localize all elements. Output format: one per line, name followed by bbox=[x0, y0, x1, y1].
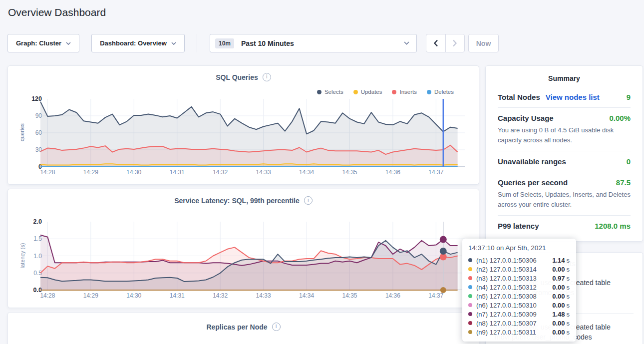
service-latency-chart-title: Service Latency: SQL, 99th percentile bbox=[174, 197, 300, 205]
node-latency-value: 0.00 bbox=[552, 302, 565, 309]
node-latency-value: 0.00 bbox=[552, 266, 565, 273]
summary-panel: Summary Total Nodes View nodes list 9 Ca… bbox=[485, 65, 643, 242]
legend-item-selects[interactable]: Selects bbox=[317, 89, 343, 95]
legend-label: Deletes bbox=[434, 89, 454, 95]
x-axis-tick-label: 14:31 bbox=[167, 169, 187, 176]
now-button: Now bbox=[468, 34, 499, 52]
dashboard-dropdown[interactable]: Dashboard: Overview bbox=[91, 34, 185, 52]
summary-row-unavailable-ranges: Unavailable ranges 0 bbox=[498, 151, 631, 172]
node-latency-unit: s bbox=[567, 257, 570, 264]
dashboard-label: Dashboard: Overview bbox=[100, 39, 167, 47]
summary-row-total-nodes: Total Nodes View nodes list 9 bbox=[498, 87, 631, 108]
node-address: (n9) 127.0.0.1:50311 bbox=[476, 329, 536, 336]
tooltip-node-row: (n4) 127.0.0.1:50312 0.00 s bbox=[468, 283, 570, 292]
page-title: Overview Dashboard bbox=[8, 6, 106, 18]
time-range-badge: 10m bbox=[215, 38, 234, 48]
node-address: (n7) 127.0.0.1:50309 bbox=[476, 311, 537, 318]
node-latency-value: 0.00 bbox=[552, 293, 565, 300]
legend-item-updates[interactable]: Updates bbox=[353, 89, 382, 95]
graph-scope-dropdown[interactable]: Graph: Cluster bbox=[7, 34, 79, 52]
time-range-dropdown[interactable]: 10m Past 10 Minutes bbox=[210, 34, 417, 52]
view-nodes-list-link[interactable]: View nodes list bbox=[546, 93, 600, 101]
summary-title: Summary bbox=[498, 74, 631, 82]
legend-dot bbox=[427, 90, 431, 94]
x-axis-tick-label: 14:34 bbox=[297, 292, 317, 299]
legend-label: Updates bbox=[361, 89, 382, 95]
summary-label: Unavailable ranges bbox=[498, 157, 566, 166]
node-latency-unit: s bbox=[567, 266, 570, 273]
time-range-label: Past 10 Minutes bbox=[241, 39, 294, 47]
summary-description: Sum of Selects, Updates, Inserts, and De… bbox=[498, 190, 631, 209]
summary-value: 0.00% bbox=[609, 114, 631, 122]
node-latency-value: 1.14 bbox=[552, 257, 565, 264]
node-latency-value: 1.48 bbox=[552, 311, 565, 318]
chevron-right-icon bbox=[452, 39, 457, 47]
y-axis-tick-label: 30 bbox=[16, 146, 42, 153]
x-axis-tick-label: 14:36 bbox=[383, 169, 403, 176]
summary-row-capacity: Capacity Usage 0.00% You are using 0 B o… bbox=[498, 108, 631, 151]
x-axis-tick-label: 14:32 bbox=[210, 169, 230, 176]
node-color-dot bbox=[468, 276, 472, 280]
legend-item-inserts[interactable]: Inserts bbox=[392, 89, 417, 95]
graph-scope-label: Graph: Cluster bbox=[16, 39, 61, 47]
node-color-dot bbox=[468, 303, 472, 307]
x-axis-tick-label: 14:34 bbox=[297, 169, 317, 176]
y-axis-unit-label: queries bbox=[19, 117, 25, 147]
legend-item-deletes[interactable]: Deletes bbox=[427, 89, 454, 95]
node-latency-value: 0.00 bbox=[552, 284, 565, 291]
sql-queries-chart-card: SQL Queries i Selects Updates Inserts De… bbox=[7, 65, 479, 185]
node-latency-unit: s bbox=[567, 293, 570, 300]
service-latency-chart-canvas[interactable] bbox=[40, 222, 465, 290]
chart-hover-tooltip: 14:37:10 on Apr 5th, 2021 (n1) 127.0.0.1… bbox=[462, 239, 576, 342]
legend-dot bbox=[392, 90, 396, 94]
summary-label: Queries per second bbox=[498, 178, 568, 187]
x-axis-tick-label: 14:33 bbox=[254, 169, 274, 176]
tooltip-node-row: (n2) 127.0.0.1:50314 0.00 s bbox=[468, 265, 570, 274]
service-latency-chart-card: Service Latency: SQL, 99th percentile i … bbox=[7, 189, 479, 308]
legend-label: Inserts bbox=[399, 89, 417, 95]
info-icon[interactable]: i bbox=[304, 196, 313, 205]
node-color-dot bbox=[468, 267, 472, 271]
node-address: (n2) 127.0.0.1:50314 bbox=[476, 266, 537, 273]
summary-description: You are using 0 B of 4.5 GiB usable disk… bbox=[498, 125, 631, 145]
node-address: (n1) 127.0.0.1:50306 bbox=[476, 257, 537, 264]
x-axis-tick-label: 14:35 bbox=[339, 292, 359, 299]
node-color-dot bbox=[468, 321, 472, 325]
legend-dot bbox=[353, 90, 358, 94]
node-color-dot bbox=[468, 294, 472, 298]
chevron-left-icon bbox=[433, 39, 438, 47]
node-latency-value: 0.00 bbox=[552, 329, 565, 336]
chevron-down-icon bbox=[171, 42, 176, 45]
tooltip-node-row: (n1) 127.0.0.1:50306 1.14 s bbox=[468, 256, 570, 265]
node-color-dot bbox=[468, 330, 472, 334]
x-axis-tick-label: 14:29 bbox=[81, 292, 101, 299]
summary-value: 0 bbox=[627, 157, 631, 166]
sql-queries-chart-canvas[interactable] bbox=[40, 99, 465, 167]
tooltip-node-row: (n8) 127.0.0.1:50307 0.00 s bbox=[468, 319, 570, 328]
hover-point-dot bbox=[440, 236, 447, 243]
chart-title-row: SQL Queries i bbox=[8, 73, 479, 81]
x-axis-tick-label: 14:35 bbox=[339, 169, 359, 176]
summary-value: 1208.0 ms bbox=[595, 222, 631, 230]
x-axis-tick-label: 14:31 bbox=[167, 292, 187, 299]
x-axis-ticks: 14:2814:2914:3014:3114:3214:3314:3414:35… bbox=[8, 292, 479, 300]
y-axis-tick-label: 2.0 bbox=[16, 218, 42, 225]
node-color-dot bbox=[468, 285, 472, 289]
sql-queries-legend: Selects Updates Inserts Deletes bbox=[317, 89, 454, 95]
node-address: (n3) 127.0.0.1:50313 bbox=[476, 275, 537, 282]
prev-time-button[interactable] bbox=[426, 34, 445, 52]
chart-title-row: Service Latency: SQL, 99th percentile i bbox=[8, 196, 479, 205]
info-icon[interactable]: i bbox=[263, 73, 271, 81]
node-latency-unit: s bbox=[567, 284, 570, 291]
node-color-dot bbox=[468, 258, 472, 262]
chevron-down-icon bbox=[66, 42, 71, 45]
node-address: (n8) 127.0.0.1:50307 bbox=[476, 320, 537, 327]
x-axis-tick-label: 14:28 bbox=[37, 292, 57, 299]
summary-label: P99 latency bbox=[498, 222, 539, 230]
toolbar-divider bbox=[197, 34, 197, 52]
summary-label: Capacity Usage bbox=[498, 114, 554, 122]
info-icon[interactable]: i bbox=[272, 323, 281, 331]
x-axis-tick-label: 14:30 bbox=[124, 292, 144, 299]
node-latency-value: 0.00 bbox=[552, 320, 565, 327]
x-axis-tick-label: 14:37 bbox=[426, 292, 446, 299]
